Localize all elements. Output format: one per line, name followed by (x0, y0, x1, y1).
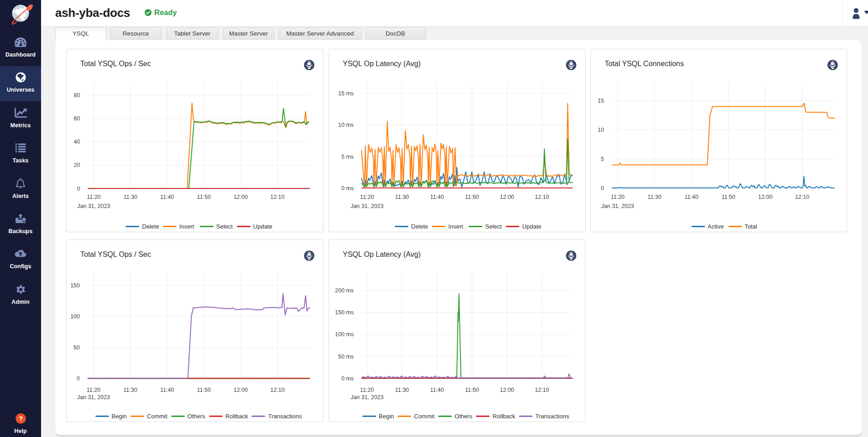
svg-text:12:10: 12:10 (270, 387, 284, 393)
svg-text:10 ms: 10 ms (338, 122, 354, 128)
svg-text:200 ms: 200 ms (335, 287, 354, 294)
svg-text:11:30: 11:30 (648, 194, 661, 200)
svg-text:11:20: 11:20 (360, 194, 374, 200)
svg-text:Jan 31, 2023: Jan 31, 2023 (350, 203, 383, 209)
svg-text:Jan 31, 2023: Jan 31, 2023 (350, 394, 383, 401)
svg-text:11:40: 11:40 (160, 387, 174, 393)
svg-text:11:20: 11:20 (87, 194, 100, 200)
svg-text:11:20: 11:20 (611, 194, 624, 200)
svg-text:100 ms: 100 ms (335, 331, 354, 338)
svg-text:5: 5 (601, 156, 604, 162)
svg-text:80: 80 (74, 92, 80, 99)
svg-text:11:50: 11:50 (197, 387, 211, 393)
svg-text:12:00: 12:00 (500, 194, 514, 200)
svg-text:11:30: 11:30 (124, 194, 137, 200)
svg-text:15 ms: 15 ms (338, 90, 354, 97)
svg-text:11:40: 11:40 (160, 194, 174, 200)
svg-text:11:40: 11:40 (430, 194, 444, 200)
svg-text:12:00: 12:00 (758, 194, 772, 200)
svg-text:12:10: 12:10 (535, 387, 549, 393)
svg-text:Jan 31, 2023: Jan 31, 2023 (77, 203, 110, 209)
svg-text:12:00: 12:00 (234, 387, 248, 393)
svg-text:12:10: 12:10 (535, 194, 549, 200)
svg-text:12:00: 12:00 (234, 194, 248, 200)
svg-text:11:40: 11:40 (430, 387, 444, 393)
svg-text:11:30: 11:30 (395, 387, 409, 393)
svg-text:11:30: 11:30 (123, 387, 137, 393)
svg-text:11:40: 11:40 (685, 194, 698, 200)
svg-text:Jan 31, 2023: Jan 31, 2023 (77, 394, 110, 401)
svg-text:11:50: 11:50 (465, 194, 479, 200)
svg-text:50: 50 (73, 344, 80, 351)
svg-text:150: 150 (70, 282, 80, 289)
svg-text:11:20: 11:20 (360, 387, 374, 393)
svg-text:150 ms: 150 ms (335, 309, 354, 316)
svg-text:11:30: 11:30 (395, 194, 409, 200)
svg-text:?: ? (18, 414, 22, 422)
svg-text:12:10: 12:10 (795, 194, 809, 200)
svg-text:15: 15 (598, 98, 604, 104)
svg-text:0: 0 (601, 185, 604, 192)
svg-text:40: 40 (74, 139, 80, 145)
svg-text:11:50: 11:50 (722, 194, 735, 200)
svg-text:100: 100 (70, 313, 80, 320)
svg-text:0 ms: 0 ms (341, 185, 354, 192)
svg-text:Jan 31, 2023: Jan 31, 2023 (601, 203, 634, 209)
svg-text:20: 20 (74, 162, 80, 168)
svg-text:0 ms: 0 ms (341, 375, 354, 382)
svg-text:11:50: 11:50 (465, 387, 479, 393)
svg-text:12:10: 12:10 (270, 194, 284, 200)
svg-text:50 ms: 50 ms (338, 354, 354, 360)
svg-text:0: 0 (77, 375, 80, 382)
svg-text:0: 0 (77, 186, 80, 192)
svg-text:12:00: 12:00 (500, 387, 514, 393)
svg-text:5 ms: 5 ms (341, 154, 354, 160)
svg-text:10: 10 (598, 127, 604, 133)
svg-text:11:20: 11:20 (87, 387, 100, 393)
svg-text:11:50: 11:50 (197, 194, 211, 200)
svg-text:60: 60 (74, 115, 80, 122)
